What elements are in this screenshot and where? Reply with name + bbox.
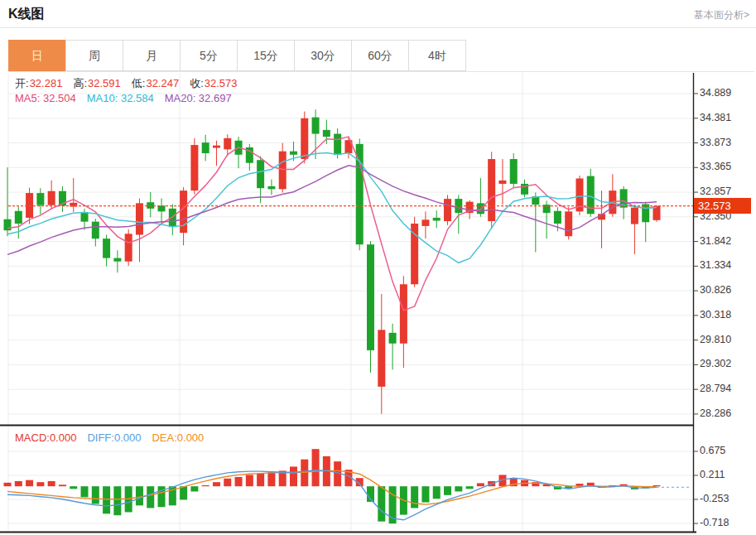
y-axis-label: 33.365	[700, 161, 731, 173]
y-axis-label: 32.857	[700, 186, 731, 198]
macd-row-item: MACD:0.000	[15, 431, 76, 444]
ohlc-item: 收:32.573	[190, 77, 237, 89]
macd-row: MACD:0.000DIFF:0.000DEA:0.000	[15, 431, 214, 444]
macd-row-item: DEA:0.000	[152, 431, 204, 444]
y-axis-label: 30.318	[700, 309, 731, 321]
ma-row: MA5: 32.504MA10: 32.584MA20: 32.697	[15, 92, 243, 104]
ma-row-item: MA10: 32.584	[87, 92, 154, 104]
y-axis-label: -0.718	[700, 517, 729, 529]
y-axis-label: 34.889	[700, 87, 731, 99]
ma-row-item: MA20: 32.697	[165, 92, 232, 104]
ohlc-item: 开:32.281	[15, 77, 62, 89]
y-axis-label: 31.842	[700, 235, 731, 248]
ohlc-row: 开:32.281高:32.591低:32.247收:32.573	[15, 76, 248, 91]
y-axis-label: 0.675	[700, 445, 725, 457]
macd-row-item: DIFF:0.000	[87, 431, 141, 444]
y-axis-label: 29.302	[700, 358, 731, 370]
kline-page: K线图 基本面分析> 日周月5分15分30分60分4时 开:32.281高:32…	[0, 0, 756, 535]
current-price-tag: 32.573	[694, 198, 751, 214]
y-axis-label: 33.873	[700, 137, 731, 149]
y-axis-label: 29.810	[700, 334, 731, 346]
y-axis-label: 28.286	[700, 407, 731, 420]
y-axis-label: -0.253	[700, 493, 729, 505]
ohlc-item: 低:32.247	[132, 77, 179, 89]
ohlc-item: 高:32.591	[73, 77, 120, 89]
y-axis-label: 34.381	[700, 112, 731, 124]
y-axis-label: 31.334	[700, 259, 731, 272]
y-axis-label: 0.211	[700, 469, 725, 481]
y-axis-label: 28.794	[700, 383, 731, 395]
ma-row-item: MA5: 32.504	[15, 92, 76, 104]
y-axis-label: 30.826	[700, 284, 731, 296]
